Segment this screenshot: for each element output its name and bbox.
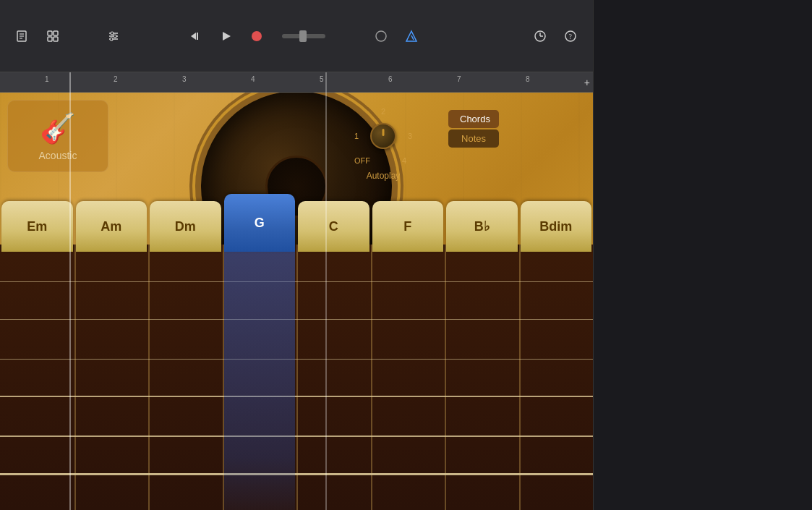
chord-button-bb[interactable]: B♭	[446, 201, 518, 252]
fret-line-7	[519, 245, 521, 510]
svg-marker-16	[223, 32, 231, 41]
instrument-icon: 🎸	[40, 111, 76, 145]
svg-point-11	[111, 32, 114, 35]
fret-line-4	[296, 245, 298, 510]
chord-button-em[interactable]: Em	[1, 201, 73, 252]
string-3	[0, 359, 593, 360]
rewind-button[interactable]	[185, 27, 207, 46]
string-5	[0, 435, 593, 437]
ruler-mark-4: 4	[249, 72, 255, 83]
ruler-mark-8: 8	[524, 72, 530, 83]
svg-point-13	[110, 38, 113, 41]
instrument-panel[interactable]: 🎸 Acoustic	[7, 100, 108, 172]
fret-line-5	[371, 245, 372, 510]
chord-notes-controls: Chords Notes	[448, 110, 499, 148]
chord-button-dm[interactable]: Dm	[150, 201, 221, 252]
svg-line-20	[411, 35, 414, 40]
mixer-button[interactable]	[103, 27, 124, 46]
input-monitoring-button[interactable]	[370, 27, 392, 46]
string-1	[0, 281, 593, 282]
svg-point-18	[376, 31, 386, 41]
record-button[interactable]	[246, 27, 268, 46]
fretboard	[0, 245, 593, 510]
ruler-mark-5: 5	[318, 72, 324, 83]
ruler-mark-7: 7	[456, 72, 461, 83]
autoplay-label: Autoplay	[367, 171, 401, 181]
toolbar: ?	[0, 0, 593, 72]
fret-line-6	[445, 245, 446, 510]
chord-button-bdim[interactable]: Bdim	[521, 201, 592, 252]
guitar-area: 🎸 Acoustic 1 2 3 4 OFF Autoplay Chords N…	[0, 93, 593, 510]
ruler: 1 2 3 4 5 6 7 8 +	[0, 72, 593, 93]
svg-rect-6	[48, 37, 52, 41]
autoplay-label-3: 3	[408, 132, 412, 140]
chord-button-g[interactable]: G	[224, 194, 296, 252]
string-6	[0, 473, 593, 475]
svg-text:?: ?	[569, 33, 573, 41]
ruler-mark-2: 2	[112, 72, 118, 83]
ruler-mark-6: 6	[387, 72, 393, 83]
svg-point-17	[252, 31, 262, 41]
instrument-name: Acoustic	[39, 150, 77, 161]
ruler-mark-1: 1	[43, 72, 49, 83]
add-track-button[interactable]: +	[584, 77, 590, 88]
chord-button-f[interactable]: F	[372, 201, 444, 252]
svg-rect-15	[197, 33, 198, 40]
fret-line-2	[148, 245, 150, 510]
new-document-button[interactable]	[12, 27, 33, 46]
fret-line-1	[74, 245, 76, 510]
chord-button-c[interactable]: C	[298, 201, 369, 252]
autoplay-label-2: 2	[381, 107, 385, 116]
autoplay-label-1: 1	[354, 132, 359, 140]
help-button[interactable]: ?	[560, 27, 581, 46]
tempo-button[interactable]	[529, 27, 551, 46]
notes-button[interactable]: Notes	[448, 129, 499, 148]
autoplay-knob[interactable]	[370, 123, 396, 149]
autoplay-label-4: 4	[402, 156, 406, 165]
autoplay-section: 1 2 3 4 OFF Autoplay	[354, 107, 412, 181]
svg-point-12	[114, 35, 116, 38]
svg-rect-4	[48, 31, 52, 35]
svg-rect-5	[54, 31, 58, 35]
chords-button[interactable]: Chords	[448, 110, 499, 128]
metronome-button[interactable]	[401, 27, 422, 46]
svg-marker-14	[191, 33, 196, 40]
play-button[interactable]	[215, 27, 237, 46]
svg-rect-7	[54, 37, 58, 41]
string-4	[0, 396, 593, 397]
layout-button[interactable]	[42, 27, 64, 46]
right-panel	[593, 0, 812, 510]
string-2	[0, 319, 593, 320]
autoplay-label-off: OFF	[354, 156, 370, 165]
chord-button-am[interactable]: Am	[76, 201, 148, 252]
chord-row: Em Am Dm G C F B♭ Bdim	[0, 194, 593, 252]
ruler-mark-3: 3	[181, 72, 187, 83]
active-chord-highlight	[224, 245, 296, 510]
